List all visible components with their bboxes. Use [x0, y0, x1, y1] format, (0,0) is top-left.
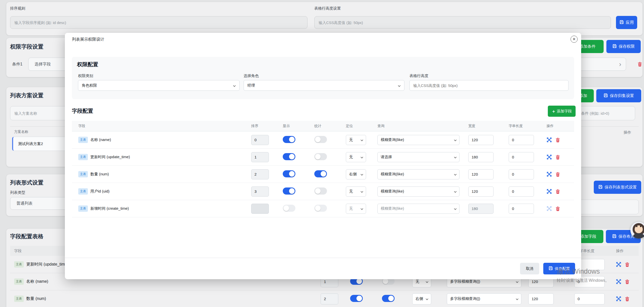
query-select[interactable]: 多字段模糊查询(|) — [447, 293, 521, 304]
save-icon — [612, 44, 617, 48]
order-input[interactable] — [251, 186, 269, 197]
position-select[interactable]: 右侧 — [346, 169, 366, 179]
move-icon[interactable] — [547, 189, 552, 194]
perm-category-label: 权限类别 — [78, 74, 93, 78]
trash-icon[interactable] — [555, 172, 560, 177]
move-icon[interactable] — [616, 279, 621, 284]
field-name: 更新时间 (update_time) — [26, 262, 68, 267]
trash-icon[interactable] — [625, 296, 630, 301]
strlen-input[interactable] — [509, 204, 534, 214]
chevron-down-icon — [454, 157, 457, 158]
query-select[interactable]: 模糊查询(like) — [377, 135, 459, 145]
query-select[interactable]: 请选择 — [377, 152, 459, 162]
table-row-height-input[interactable] — [410, 80, 568, 90]
stat-toggle[interactable] — [314, 136, 327, 143]
role-select[interactable]: 经理 — [244, 80, 404, 91]
stat-toggle[interactable] — [314, 170, 327, 177]
modal-add-field-button[interactable]: ＋ 添加字段 — [548, 106, 576, 117]
cancel-button[interactable]: 取消 — [520, 263, 539, 274]
stat-toggle[interactable] — [382, 295, 395, 302]
width-input[interactable] — [468, 135, 494, 145]
perm-category-select[interactable]: 角色权限 — [78, 80, 240, 91]
chevron-down-icon — [398, 85, 401, 87]
trash-icon[interactable] — [555, 206, 560, 211]
width-input[interactable] — [468, 186, 494, 197]
move-icon[interactable] — [547, 137, 552, 143]
move-icon[interactable] — [547, 154, 552, 160]
trash-icon[interactable] — [555, 189, 560, 194]
stat-toggle[interactable] — [314, 187, 327, 195]
plan-title: 列表方案设置 — [10, 92, 43, 99]
order-input[interactable] — [321, 293, 338, 304]
table-row: 主表 名称 (name) 无 模糊查询(like) — [72, 131, 574, 149]
move-icon[interactable] — [616, 262, 621, 267]
row-height-input[interactable] — [314, 16, 611, 29]
apply-button[interactable]: 应用 — [616, 16, 637, 29]
move-icon[interactable] — [547, 172, 552, 177]
position-select[interactable]: 右侧 — [412, 293, 431, 304]
screen: 排序规则 表格行高度设置 应用 权限字段设置 添加条件 保存权限 条件1 选择字… — [0, 0, 644, 307]
plan-op-col-label: 操作 — [624, 130, 631, 135]
stat-toggle[interactable] — [314, 205, 327, 212]
move-icon[interactable] — [616, 296, 621, 301]
modal-table-header: 字段 排序 显示 统计 定位 查询 宽度 字串长度 操作 — [72, 121, 574, 131]
strlen-input[interactable] — [509, 135, 534, 145]
width-input[interactable] — [468, 204, 494, 214]
table-row-height-label: 表格行高度 — [409, 74, 428, 78]
chevron-down-icon — [360, 208, 363, 210]
width-input[interactable] — [468, 169, 494, 179]
order-input[interactable] — [251, 135, 269, 145]
show-toggle[interactable] — [283, 205, 295, 212]
topbar-card: 排序规则 表格行高度设置 应用 — [6, 2, 642, 35]
chevron-down-icon — [426, 298, 428, 300]
trash-icon[interactable] — [625, 279, 630, 284]
show-toggle[interactable] — [283, 153, 295, 160]
strlen-input[interactable] — [509, 186, 534, 197]
avatar-eye — [636, 226, 637, 227]
save-icon — [620, 20, 624, 24]
show-toggle[interactable] — [350, 295, 363, 302]
position-select[interactable]: 无 — [346, 152, 366, 162]
show-toggle[interactable] — [283, 136, 295, 143]
trash-icon[interactable] — [555, 155, 560, 160]
strlen-input[interactable] — [574, 293, 605, 304]
chevron-down-icon — [454, 174, 457, 176]
field-name: 新增时间 (create_time) — [90, 206, 129, 211]
trash-icon[interactable] — [637, 62, 642, 67]
trash-icon[interactable] — [625, 262, 630, 267]
save-collect-button[interactable]: 保存归集设置 — [596, 89, 641, 102]
save-config-button[interactable]: 保存配置 — [543, 263, 575, 274]
save-form-button[interactable]: 保存列表形式设置 — [594, 181, 641, 194]
position-select[interactable]: 无 — [346, 204, 366, 214]
main-table-badge: 主表 — [78, 205, 88, 212]
strlen-input[interactable] — [509, 169, 534, 179]
condition-label: 条件1 — [12, 62, 22, 67]
save-icon — [549, 266, 553, 270]
move-icon[interactable] — [547, 206, 552, 211]
width-input[interactable] — [528, 293, 554, 304]
modal-title: 列表展示权限设计 — [72, 37, 104, 42]
position-select[interactable]: 无 — [346, 186, 366, 197]
strlen-input[interactable] — [509, 152, 534, 162]
query-select[interactable]: 模糊查询(like) — [377, 204, 459, 214]
stat-toggle[interactable] — [314, 153, 327, 160]
chevron-down-icon — [360, 139, 363, 141]
position-select[interactable]: 无 — [346, 135, 366, 145]
show-toggle[interactable] — [283, 170, 295, 177]
order-input[interactable] — [251, 204, 269, 214]
plan-name-col-label: 方案名称 — [14, 130, 28, 134]
chevron-down-icon — [360, 174, 363, 176]
query-select[interactable]: 模糊查询(like) — [377, 186, 459, 197]
save-permission-button[interactable]: 保存权限 — [606, 40, 641, 53]
show-toggle[interactable] — [283, 187, 295, 195]
trash-icon[interactable] — [555, 137, 560, 143]
chevron-down-icon — [516, 281, 519, 283]
sort-rule-input[interactable] — [10, 16, 307, 29]
close-icon[interactable]: ✕ — [571, 36, 578, 43]
order-input[interactable] — [251, 152, 269, 162]
order-input[interactable] — [251, 169, 269, 179]
avatar-face — [635, 225, 643, 233]
query-select[interactable]: 模糊查询(like) — [377, 169, 459, 179]
width-input[interactable] — [468, 152, 494, 162]
form-extra-input[interactable] — [576, 200, 639, 214]
